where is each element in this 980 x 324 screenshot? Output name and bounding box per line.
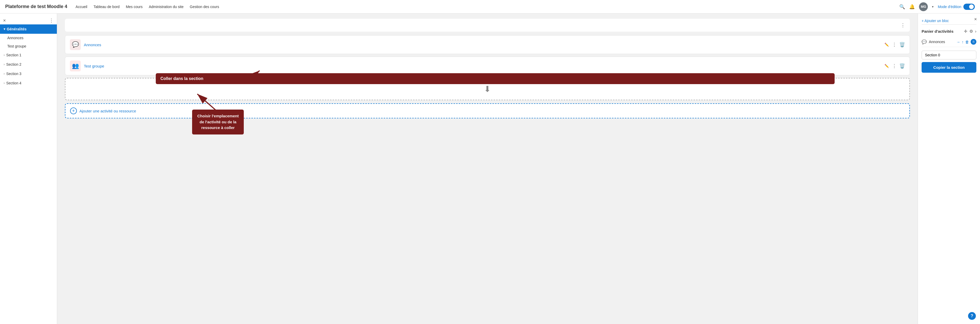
sidebar-menu-icon[interactable]: ⋮ — [49, 17, 54, 23]
drop-arrow-icon: ⬇ — [484, 84, 491, 94]
gear-icon[interactable]: ⚙ — [969, 29, 973, 34]
activity-actions-annonces: ⋮ 🗑️ — [892, 42, 905, 48]
panier-item-annonces: 💬 Annonces → ↑ 🗑 ⎘ — [921, 37, 976, 47]
top-navigation: Plateforme de test Moodle 4 Accueil Tabl… — [0, 0, 980, 14]
nav-mes-cours[interactable]: Mes cours — [126, 5, 143, 9]
annonces-icon: 💬 — [70, 39, 81, 50]
panier-item-name: Annonces — [929, 40, 954, 44]
copy-section-button[interactable]: Copier la section — [921, 62, 976, 73]
panier-title: Panier d'activités — [921, 29, 953, 33]
activity-card-test-groupe: 👥 Test groupe ✏️ ⋮ 🗑️ — [65, 57, 910, 75]
activity-actions-test-groupe: ⋮ 🗑️ — [892, 63, 905, 69]
chevron-up-icon[interactable]: › — [975, 29, 976, 34]
activity-dots-menu-icon[interactable]: ⋮ — [892, 42, 897, 48]
section-select[interactable]: Section 0 Section 1 Section 2 Section 3 … — [921, 51, 976, 59]
nav-links: Accueil Tableau de bord Mes cours Admini… — [76, 5, 219, 9]
move-icon[interactable]: ✛ — [964, 29, 967, 34]
chevron-down-icon: › — [4, 63, 5, 66]
sidebar-subitem-annonces[interactable]: Annonces — [0, 34, 57, 42]
arrow-right-icon[interactable]: → — [956, 40, 960, 44]
chevron-down-icon: › — [4, 72, 5, 76]
panier-item-actions: → ↑ 🗑 ⎘ — [956, 39, 977, 44]
callout-choisir-emplacement: Choisir l'emplacement de l'activité ou d… — [192, 110, 244, 135]
edition-mode-toggle: Mode d'édition — [938, 4, 975, 10]
chat-icon: 💬 — [921, 40, 927, 44]
basket-icon[interactable]: 🗑️ — [899, 42, 905, 48]
sidebar-close-icon[interactable]: × — [3, 18, 6, 23]
trash-icon[interactable]: 🗑 — [965, 40, 969, 44]
brand-title: Plateforme de test Moodle 4 — [5, 4, 67, 10]
basket-icon[interactable]: 🗑️ — [899, 63, 905, 69]
plus-icon: + — [70, 108, 77, 114]
test-groupe-icon: 👥 — [70, 60, 81, 71]
edit-icon[interactable]: ✏️ — [885, 64, 889, 68]
copy-button[interactable]: ⎘ — [970, 39, 976, 44]
nav-gestion-cours[interactable]: Gestion des cours — [190, 5, 219, 9]
sidebar-section-4[interactable]: › Section 4 — [0, 78, 57, 88]
arrow-up-icon[interactable]: ↑ — [962, 40, 964, 44]
nav-administration[interactable]: Administration du site — [149, 5, 183, 9]
panier-controls: ✛ ⚙ › — [964, 29, 976, 34]
sidebar-section-3[interactable]: › Section 3 — [0, 69, 57, 78]
activity-card-annonces: 💬 Annonces ✏️ ⋮ 🗑️ — [65, 35, 910, 54]
search-icon[interactable]: 🔍 — [899, 4, 905, 10]
section-select-wrapper: Section 0 Section 1 Section 2 Section 3 … — [921, 51, 976, 59]
edition-mode-switch[interactable] — [963, 4, 975, 10]
sidebar-generalites-label: Généralités — [7, 27, 27, 31]
section-header-box: ⋮ — [65, 19, 910, 32]
right-sidebar-close-icon[interactable]: × — [974, 17, 977, 22]
sidebar-item-generalites[interactable]: ▾ Généralités — [0, 24, 57, 34]
chevron-down-icon: › — [4, 81, 5, 85]
left-sidebar: × ⋮ ▾ Généralités Annonces Test groupe ›… — [0, 14, 57, 324]
activity-dots-menu-icon[interactable]: ⋮ — [892, 63, 897, 69]
activity-name-test-groupe[interactable]: Test groupe — [84, 64, 880, 68]
chevron-down-icon: › — [4, 53, 5, 57]
add-activity-button[interactable]: + Ajouter une activité ou ressource — [65, 103, 910, 118]
right-sidebar: × + Ajouter un bloc Panier d'activités ✛… — [918, 14, 980, 324]
edition-mode-label: Mode d'édition — [938, 5, 961, 9]
section-dots-menu-icon[interactable]: ⋮ — [900, 22, 905, 28]
help-button[interactable]: ? — [968, 312, 976, 320]
add-block-label: + Ajouter un bloc — [921, 19, 949, 23]
notifications-bell-icon[interactable]: 🔔 — [909, 4, 915, 10]
activity-name-annonces[interactable]: Annonces — [84, 43, 880, 47]
add-block-button[interactable]: + Ajouter un bloc — [921, 17, 976, 25]
sidebar-subitem-test-groupe[interactable]: Test groupe — [0, 42, 57, 50]
nav-tableau-de-bord[interactable]: Tableau de bord — [94, 5, 119, 9]
main-layout: × ⋮ ▾ Généralités Annonces Test groupe ›… — [0, 14, 980, 324]
avatar[interactable]: MG — [919, 2, 928, 11]
edit-icon[interactable]: ✏️ — [885, 43, 889, 47]
add-activity-label: Ajouter une activité ou ressource — [80, 109, 136, 113]
panier-header: Panier d'activités ✛ ⚙ › — [921, 29, 976, 34]
sidebar-top-bar: × ⋮ — [0, 16, 57, 24]
center-content: ⋮ 💬 Annonces ✏️ ⋮ 🗑️ 👥 Test groupe ✏️ ⋮ … — [57, 14, 918, 324]
chevron-down-icon[interactable]: ▾ — [932, 5, 934, 9]
callout-coller-section: Coller dans la section — [156, 73, 835, 84]
top-right-controls: 🔍 🔔 MG ▾ Mode d'édition — [899, 2, 975, 11]
sidebar-section-2[interactable]: › Section 2 — [0, 60, 57, 69]
chevron-down-icon: ▾ — [4, 27, 5, 31]
nav-accueil[interactable]: Accueil — [76, 5, 87, 9]
sidebar-section-1[interactable]: › Section 1 — [0, 50, 57, 60]
